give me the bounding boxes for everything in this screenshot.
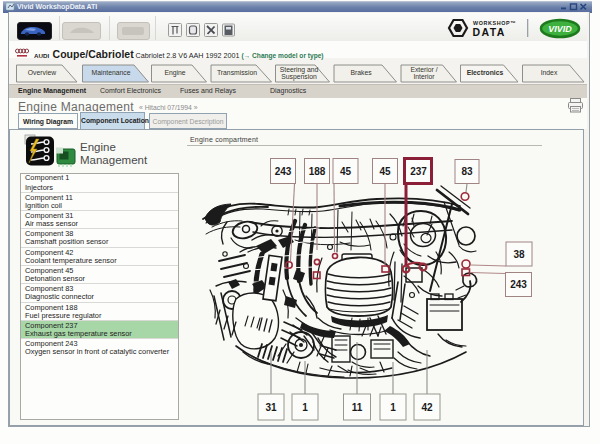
svg-text:38: 38: [513, 249, 525, 260]
svg-text:188: 188: [309, 166, 326, 177]
svg-text:83: 83: [461, 166, 473, 177]
svg-text:31: 31: [265, 402, 277, 413]
svg-text:Brakes: Brakes: [350, 69, 372, 76]
svg-text:Engine: Engine: [164, 69, 185, 77]
svg-text:Exterior /: Exterior /: [410, 66, 437, 73]
svg-text:Index: Index: [541, 69, 558, 76]
svg-text:Transmission: Transmission: [217, 69, 257, 76]
svg-text:Electronics: Electronics: [467, 69, 504, 76]
svg-text:45: 45: [340, 166, 352, 177]
svg-text:45: 45: [379, 166, 391, 177]
svg-text:Maintenance: Maintenance: [92, 69, 131, 76]
svg-text:11: 11: [352, 402, 363, 413]
svg-text:42: 42: [421, 402, 433, 413]
svg-text:VIVID: VIVID: [548, 24, 572, 34]
svg-text:Suspension: Suspension: [281, 73, 317, 81]
svg-text:Overview: Overview: [28, 69, 56, 76]
svg-text:1: 1: [390, 402, 396, 413]
svg-text:1: 1: [302, 402, 308, 413]
svg-text:237: 237: [410, 166, 427, 177]
svg-text:Interior: Interior: [413, 73, 435, 80]
svg-text:243: 243: [510, 279, 527, 290]
svg-text:243: 243: [275, 166, 292, 177]
svg-text:DATA: DATA: [473, 26, 506, 38]
